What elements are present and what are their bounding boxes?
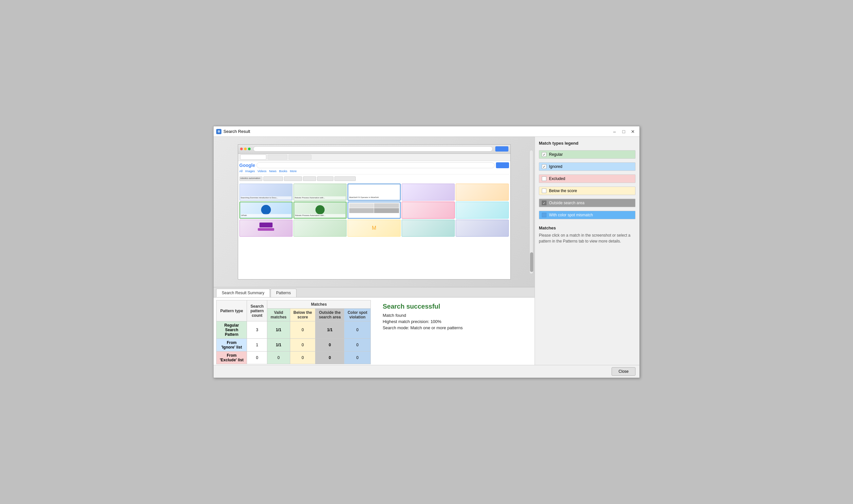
legend-item-excluded[interactable]: Excluded bbox=[539, 175, 636, 183]
scrollbar[interactable] bbox=[529, 150, 533, 274]
cell-exclude-count: 0 bbox=[247, 352, 267, 364]
result-match-found: Match found bbox=[383, 313, 527, 318]
screenshot-area[interactable]: Google All Images Videos News Books bbox=[213, 137, 535, 287]
cell-ignore-outside: 0 bbox=[315, 339, 344, 352]
result-precision: Highest match precision: 100% bbox=[383, 319, 527, 324]
th-color: Color spotviolation bbox=[344, 309, 371, 321]
scrollbar-thumb bbox=[530, 252, 533, 272]
cell-regular-outside: 1/1 bbox=[315, 321, 344, 339]
matches-section: Matches Please click on a match in the s… bbox=[539, 226, 636, 244]
results-table: Pattern type Searchpatterncount Matches … bbox=[216, 300, 371, 364]
legend-label-color-mismatch: With color spot mismatch bbox=[549, 213, 593, 217]
matches-description: Please click on a match in the screensho… bbox=[539, 232, 636, 244]
result-panel: Search successful Match found Highest ma… bbox=[377, 300, 532, 362]
cell-regular-valid: 1/1 bbox=[267, 321, 290, 339]
browser-toolbar bbox=[238, 145, 510, 154]
th-outside: Outside thesearch area bbox=[315, 309, 344, 321]
legend-item-regular[interactable]: ✓ Regular bbox=[539, 150, 636, 159]
cell-ignore-type: From'Ignore' list bbox=[216, 339, 247, 352]
window-title: Search Result bbox=[223, 129, 611, 134]
check-excluded bbox=[542, 176, 546, 181]
main-window: ⚙ Search Result – □ ✕ bbox=[213, 126, 640, 378]
minimize-button[interactable]: – bbox=[611, 128, 619, 136]
cell-ignore-valid: 1/1 bbox=[267, 339, 290, 352]
result-status: Search successful bbox=[383, 303, 527, 310]
summary-table-wrapper: Pattern type Searchpatterncount Matches … bbox=[216, 300, 532, 362]
maximize-button[interactable]: □ bbox=[620, 128, 628, 136]
check-regular: ✓ bbox=[542, 152, 546, 157]
tab-patterns[interactable]: Patterns bbox=[271, 289, 296, 297]
close-button[interactable]: Close bbox=[612, 367, 636, 376]
cell-ignore-below: 0 bbox=[290, 339, 315, 352]
legend-label-excluded: Excluded bbox=[549, 176, 565, 181]
th-matches: Matches bbox=[267, 301, 371, 309]
cell-regular-count: 3 bbox=[247, 321, 267, 339]
legend-item-below-score[interactable]: Below the score bbox=[539, 186, 636, 195]
th-below: Below thescore bbox=[290, 309, 315, 321]
check-color-mismatch bbox=[542, 213, 546, 217]
th-valid: Validmatches bbox=[267, 309, 290, 321]
legend-label-regular: Regular bbox=[549, 152, 563, 157]
legend-title: Match types legend bbox=[539, 141, 636, 146]
tab-summary[interactable]: Search Result Summary bbox=[216, 289, 270, 297]
legend-item-ignored[interactable]: ✓ Ignored bbox=[539, 162, 636, 171]
th-search-count: Searchpatterncount bbox=[247, 301, 267, 321]
summary-table: Pattern type Searchpatterncount Matches … bbox=[216, 300, 371, 362]
legend-item-color-mismatch[interactable]: With color spot mismatch bbox=[539, 211, 636, 219]
title-bar: ⚙ Search Result – □ ✕ bbox=[213, 126, 640, 137]
legend-label-outside-area: Outside search area bbox=[549, 201, 585, 205]
table-row: From'Exclude' list 0 0 0 0 0 bbox=[216, 352, 371, 364]
table-row: RegularSearchPattern 3 1/1 0 1/1 0 bbox=[216, 321, 371, 339]
check-outside-area: ✓ bbox=[542, 201, 546, 205]
cell-exclude-outside: 0 bbox=[315, 352, 344, 364]
cell-exclude-color: 0 bbox=[344, 352, 371, 364]
url-bar bbox=[253, 146, 493, 151]
cell-regular-color: 0 bbox=[344, 321, 371, 339]
close-window-button[interactable]: ✕ bbox=[629, 128, 637, 136]
left-panel: Google All Images Videos News Books bbox=[213, 137, 535, 365]
result-mode: Search mode: Match one or more patterns bbox=[383, 325, 527, 330]
check-ignored: ✓ bbox=[542, 164, 546, 169]
cell-exclude-valid: 0 bbox=[267, 352, 290, 364]
bottom-panel: Search Result Summary Patterns Pattern t… bbox=[213, 287, 535, 365]
screenshot-placeholder: Google All Images Videos News Books bbox=[213, 137, 535, 287]
cell-ignore-color: 0 bbox=[344, 339, 371, 352]
legend-label-ignored: Ignored bbox=[549, 164, 562, 169]
cell-regular-type: RegularSearchPattern bbox=[216, 321, 247, 339]
matches-title: Matches bbox=[539, 226, 636, 230]
cell-exclude-type: From'Exclude' list bbox=[216, 352, 247, 364]
cell-exclude-below: 0 bbox=[290, 352, 315, 364]
table-row: From'Ignore' list 1 1/1 0 0 0 bbox=[216, 339, 371, 352]
screenshot-inner: Google All Images Videos News Books bbox=[238, 144, 511, 280]
window-controls: – □ ✕ bbox=[611, 128, 637, 136]
right-panel: Match types legend ✓ Regular ✓ Ignored E… bbox=[535, 137, 640, 365]
cell-ignore-count: 1 bbox=[247, 339, 267, 352]
cell-regular-below: 0 bbox=[290, 321, 315, 339]
window-bottom: Close bbox=[213, 365, 640, 378]
legend-item-outside-area[interactable]: ✓ Outside search area bbox=[539, 199, 636, 207]
legend-label-below-score: Below the score bbox=[549, 188, 577, 193]
app-icon: ⚙ bbox=[216, 129, 222, 134]
check-below-score bbox=[542, 188, 546, 193]
tabs-bar: Search Result Summary Patterns bbox=[213, 287, 535, 298]
th-pattern-type: Pattern type bbox=[216, 301, 247, 321]
tab-content: Pattern type Searchpatterncount Matches … bbox=[213, 298, 535, 365]
main-content: Google All Images Videos News Books bbox=[213, 137, 640, 365]
